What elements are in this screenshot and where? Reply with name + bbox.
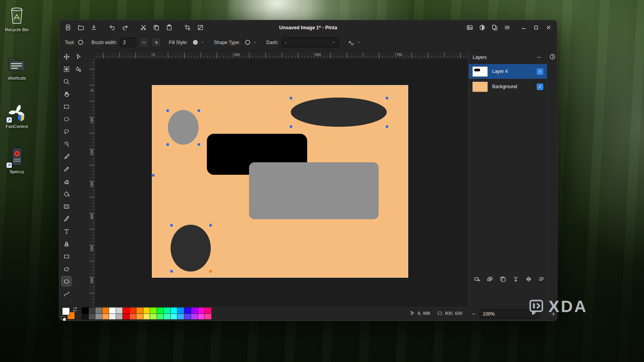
tool-lasso-select[interactable]: [61, 126, 71, 137]
image-menu-button[interactable]: [464, 22, 475, 33]
palette-color[interactable]: [130, 307, 137, 314]
palette-color[interactable]: [150, 307, 157, 314]
palette-color[interactable]: [171, 314, 178, 320]
close-button[interactable]: [543, 22, 554, 33]
palette-color[interactable]: [205, 307, 212, 314]
selection-handle[interactable]: [166, 143, 169, 146]
selection-handle[interactable]: [197, 109, 200, 112]
palette-color[interactable]: [136, 314, 143, 320]
desktop-icon-speccy[interactable]: Speccy: [1, 147, 33, 174]
swap-colors-icon[interactable]: [72, 307, 77, 312]
tool-pencil[interactable]: [61, 164, 71, 174]
palette-color[interactable]: [102, 307, 109, 314]
palette-color[interactable]: [136, 307, 143, 314]
deselect-all-button[interactable]: [195, 22, 206, 33]
main-menu-button[interactable]: [502, 22, 512, 33]
antialiasing-dropdown[interactable]: [347, 37, 363, 48]
selection-handle[interactable]: [170, 224, 173, 227]
layer-properties-button[interactable]: [537, 275, 546, 283]
layer-visible-checkbox[interactable]: ✓: [537, 68, 543, 75]
palette-color[interactable]: [157, 307, 164, 314]
palette-color[interactable]: [82, 314, 89, 320]
open-image-button[interactable]: [75, 22, 86, 33]
tool-recolor[interactable]: [73, 64, 84, 74]
palette-color[interactable]: [116, 314, 123, 320]
selection-handle[interactable]: [290, 125, 292, 128]
palette-color[interactable]: [95, 314, 102, 320]
palette-color[interactable]: [89, 314, 96, 320]
effects-menu-button[interactable]: [489, 22, 500, 33]
copy-layer-button[interactable]: [498, 275, 507, 283]
palette-color[interactable]: [184, 307, 191, 314]
tool-gradient[interactable]: [61, 201, 71, 211]
palette-color[interactable]: [82, 307, 89, 314]
palette-color[interactable]: [164, 314, 171, 320]
crop-to-selection-button[interactable]: [182, 22, 193, 33]
tool-text[interactable]: [61, 226, 71, 236]
selection-handle[interactable]: [152, 174, 155, 177]
canvas-shape-ellipse[interactable]: [291, 98, 387, 127]
collapse-layers-panel-button[interactable]: [535, 53, 543, 61]
zoom-out-button[interactable]: [469, 309, 478, 318]
palette-color[interactable]: [184, 314, 191, 320]
layer-row[interactable]: Layer 4✓: [469, 64, 547, 79]
primary-color-swatch[interactable]: [62, 307, 70, 315]
save-image-button[interactable]: [88, 22, 99, 33]
tool-move-cursor[interactable]: [73, 51, 84, 62]
palette-color[interactable]: [177, 307, 184, 314]
palette-color[interactable]: [191, 307, 198, 314]
shape-type-dropdown[interactable]: [243, 37, 259, 48]
merge-layer-down-button[interactable]: [511, 275, 520, 283]
tool-color-picker[interactable]: [61, 214, 71, 224]
palette-color[interactable]: [130, 314, 137, 320]
palette-color[interactable]: [150, 314, 157, 320]
tool-eraser[interactable]: [61, 176, 71, 186]
brush-width-decrease-button[interactable]: [139, 37, 149, 47]
brush-width-input[interactable]: [120, 37, 136, 47]
desktop-icon-shortcuts[interactable]: shortcuts: [1, 53, 33, 80]
tool-rectangle[interactable]: [61, 251, 71, 261]
tool-clone-stamp[interactable]: [61, 239, 71, 249]
canvas-shape-ellipse[interactable]: [171, 225, 211, 272]
tool-paint-bucket[interactable]: [61, 189, 71, 199]
tool-rectangle-select[interactable]: [61, 101, 71, 112]
tool-ellipse-select[interactable]: [61, 114, 71, 124]
palette-color[interactable]: [177, 314, 184, 320]
adjustments-menu-button[interactable]: [477, 22, 487, 33]
palette-color[interactable]: [164, 307, 171, 314]
cut-button[interactable]: [138, 22, 149, 33]
desktop-icon-fancontrol[interactable]: FanControl: [1, 101, 33, 129]
selection-handle[interactable]: [290, 97, 292, 99]
palette-color[interactable]: [198, 314, 205, 320]
selection-handle[interactable]: [197, 143, 200, 146]
fill-style-dropdown[interactable]: [190, 37, 206, 48]
palette-color[interactable]: [191, 314, 198, 320]
palette-color[interactable]: [89, 307, 96, 314]
canvas-shape-ellipse[interactable]: [168, 110, 199, 145]
layer-row[interactable]: Background✓: [469, 79, 547, 94]
palette-color[interactable]: [102, 314, 109, 320]
selection-handle[interactable]: [209, 224, 212, 227]
palette-color[interactable]: [171, 307, 178, 314]
brush-width-increase-button[interactable]: [151, 37, 161, 47]
desktop-icon-recycle-bin[interactable]: Recycle Bin: [1, 5, 33, 32]
layer-visible-checkbox[interactable]: ✓: [537, 83, 543, 90]
selection-handle[interactable]: [170, 270, 173, 273]
palette-color[interactable]: [95, 307, 102, 314]
tool-move-selection[interactable]: [61, 51, 71, 62]
palette-color[interactable]: [109, 307, 116, 314]
tool-paintbrush[interactable]: [61, 151, 71, 161]
tool-pan[interactable]: [61, 89, 71, 99]
selection-handle[interactable]: [209, 270, 212, 273]
flip-layer-button[interactable]: [524, 275, 533, 283]
tool-zoom[interactable]: [61, 76, 71, 87]
palette-color[interactable]: [123, 314, 130, 320]
minimize-button[interactable]: [518, 22, 529, 33]
copy-button[interactable]: [151, 22, 162, 33]
tool-freeform-shape[interactable]: [61, 264, 71, 274]
add-layer-button[interactable]: [473, 275, 481, 283]
history-panel-button[interactable]: [548, 52, 557, 61]
reset-colors-icon[interactable]: [61, 316, 64, 319]
tool-line-curve[interactable]: [61, 289, 71, 299]
duplicate-layer-button[interactable]: [486, 275, 494, 283]
